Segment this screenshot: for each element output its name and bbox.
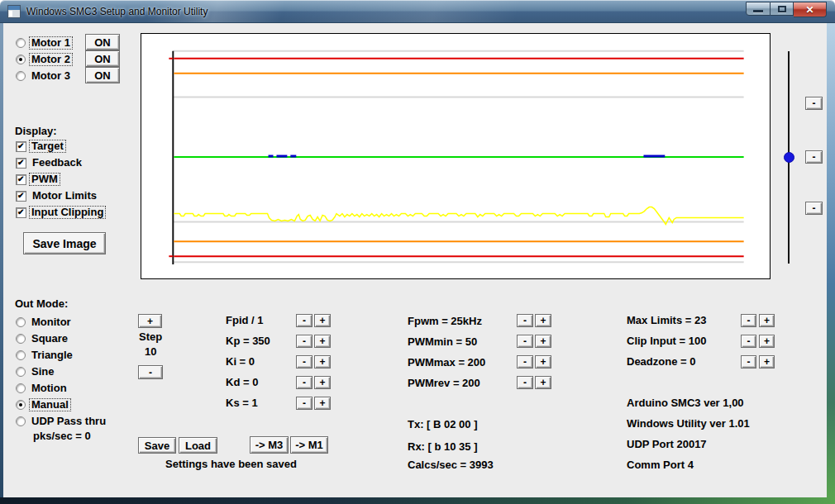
ks-value: Ks = 1 — [226, 397, 258, 409]
triangle-radio[interactable] — [16, 350, 26, 360]
scale-minus-bottom-button[interactable]: - — [805, 202, 823, 215]
position-slider-thumb[interactable] — [784, 152, 794, 163]
pwm-checkbox[interactable] — [16, 174, 26, 185]
scope-plot — [141, 33, 771, 279]
pwmmin-value: PWMmin = 50 — [408, 336, 477, 348]
save-image-button[interactable]: Save Image — [23, 232, 106, 254]
manual-radio[interactable] — [16, 400, 26, 410]
pwmrev-value: PWMrev = 200 — [408, 378, 480, 389]
ki-minus-button[interactable]: - — [296, 355, 313, 368]
feedback-checkbox[interactable] — [16, 158, 26, 169]
window-border-bottom — [0, 497, 835, 504]
sine-label: Sine — [31, 366, 54, 378]
motor-limits-label: Motor Limits — [32, 190, 97, 202]
motor-1-radio[interactable] — [16, 38, 26, 48]
kd-plus-button[interactable]: + — [314, 376, 331, 389]
window-border-right — [827, 23, 835, 497]
app-window: Windows SMC3 Setup and Monitor Utility ✕… — [0, 0, 835, 504]
fpid-minus-button[interactable]: - — [296, 314, 313, 327]
ks-minus-button[interactable]: - — [296, 397, 313, 410]
max-limits-plus-button[interactable]: + — [759, 314, 775, 327]
motor-3-on-button[interactable]: ON — [85, 67, 120, 83]
square-radio[interactable] — [16, 334, 26, 344]
pwmrev-minus-button[interactable]: - — [517, 376, 533, 389]
minimize-button[interactable] — [746, 2, 771, 16]
step-label: Step — [139, 331, 162, 343]
pks-per-sec-value: pks/sec = 0 — [33, 430, 91, 442]
windows-utility-version-text: Windows Utility ver 1.01 — [627, 418, 750, 430]
load-button[interactable]: Load — [179, 437, 217, 454]
rx-value: Rx: [ b 10 35 ] — [408, 441, 478, 453]
kp-minus-button[interactable]: - — [296, 335, 313, 348]
pwmmax-plus-button[interactable]: + — [535, 355, 551, 368]
clip-input-value: Clip Input = 100 — [627, 335, 706, 347]
motor-2-radio[interactable] — [16, 55, 26, 64]
ki-plus-button[interactable]: + — [314, 355, 331, 368]
kp-plus-button[interactable]: + — [314, 335, 331, 348]
fpid-value: Fpid / 1 — [226, 315, 264, 326]
kd-minus-button[interactable]: - — [296, 376, 313, 389]
triangle-label: Triangle — [31, 349, 73, 361]
motor-1-on-button[interactable]: ON — [85, 34, 120, 50]
target-checkbox[interactable] — [16, 141, 26, 152]
deadzone-minus-button[interactable]: - — [741, 355, 756, 368]
pwmrev-plus-button[interactable]: + — [535, 376, 551, 389]
fpwm-plus-button[interactable]: + — [535, 314, 551, 327]
fpwm-value: Fpwm = 25kHz — [408, 316, 482, 327]
settings-status-text: Settings have been saved — [165, 459, 297, 470]
step-minus-button[interactable]: - — [138, 365, 163, 379]
pwmmin-minus-button[interactable]: - — [517, 335, 533, 348]
save-button[interactable]: Save — [138, 437, 176, 454]
maximize-button[interactable] — [771, 2, 794, 16]
sine-radio[interactable] — [16, 367, 26, 377]
title-bar: Windows SMC3 Setup and Monitor Utility ✕ — [0, 0, 835, 23]
deadzone-plus-button[interactable]: + — [759, 355, 775, 368]
manual-label: Manual — [30, 399, 70, 411]
input-clipping-label: Input Clipping — [30, 207, 105, 218]
motion-radio[interactable] — [16, 383, 26, 393]
ks-plus-button[interactable]: + — [314, 397, 331, 410]
fpid-plus-button[interactable]: + — [314, 314, 331, 327]
motor-3-radio[interactable] — [16, 71, 26, 81]
maximize-icon — [778, 6, 786, 12]
monitor-radio[interactable] — [16, 317, 26, 327]
motor-3-label: Motor 3 — [31, 70, 70, 82]
max-limits-minus-button[interactable]: - — [741, 314, 756, 327]
deadzone-value: Deadzone = 0 — [627, 356, 695, 368]
window-border-left — [0, 23, 3, 497]
kd-value: Kd = 0 — [226, 377, 258, 388]
close-icon: ✕ — [805, 4, 814, 16]
step-value: 10 — [145, 346, 156, 358]
feedback-label: Feedback — [32, 157, 82, 169]
ki-value: Ki = 0 — [226, 356, 255, 368]
target-label: Target — [30, 140, 65, 152]
fpwm-minus-button[interactable]: - — [517, 314, 533, 327]
close-button[interactable]: ✕ — [794, 2, 827, 17]
pwmmin-plus-button[interactable]: + — [535, 335, 551, 348]
input-clipping-checkbox[interactable] — [16, 207, 26, 218]
square-label: Square — [31, 333, 68, 345]
udp-pass-thru-radio[interactable] — [16, 416, 26, 426]
window-title: Windows SMC3 Setup and Monitor Utility — [26, 6, 208, 17]
send-to-m3-button[interactable]: -> M3 — [250, 436, 289, 454]
motor-2-on-button[interactable]: ON — [85, 50, 120, 67]
app-icon — [7, 5, 21, 18]
calcs-per-sec-value: Calcs/sec = 3993 — [408, 459, 494, 471]
udp-port-text: UDP Port 20017 — [627, 439, 707, 450]
motor-2-label: Motor 2 — [30, 54, 72, 65]
pwmmax-value: PWMmax = 200 — [408, 357, 485, 368]
out-mode-heading: Out Mode: — [15, 298, 68, 310]
monitor-label: Monitor — [31, 316, 71, 328]
clip-input-plus-button[interactable]: + — [759, 335, 775, 348]
clip-input-minus-button[interactable]: - — [741, 335, 756, 348]
tx-value: Tx: [ B 02 00 ] — [408, 419, 478, 430]
udp-pass-thru-label: UDP Pass thru — [31, 416, 106, 427]
step-plus-button[interactable]: + — [138, 314, 162, 328]
scale-minus-middle-button[interactable]: - — [805, 150, 823, 164]
motor-limits-checkbox[interactable] — [16, 191, 26, 202]
pwmmax-minus-button[interactable]: - — [517, 355, 533, 368]
kp-value: Kp = 350 — [226, 335, 270, 347]
arduino-version-text: Arduino SMC3 ver 1,00 — [627, 397, 744, 409]
scale-minus-top-button[interactable]: - — [805, 97, 823, 110]
send-to-m1-button[interactable]: -> M1 — [290, 436, 328, 454]
